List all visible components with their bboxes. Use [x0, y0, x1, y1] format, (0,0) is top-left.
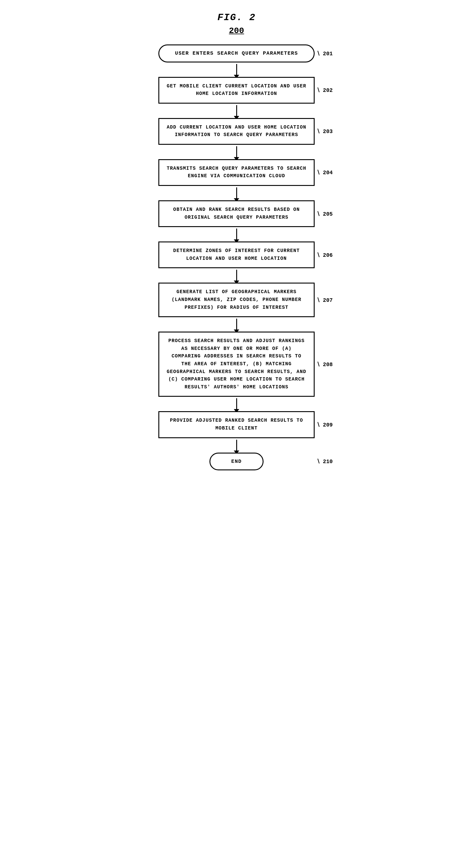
step-label-202: ∖ 202 [317, 87, 333, 93]
step-box-205: OBTAIN AND RANK SEARCH RESULTS BASED ON … [158, 200, 315, 227]
step-row-204: TRANSMITS SEARCH QUERY PARAMETERS TO SEA… [128, 159, 345, 186]
step-row-207: GENERATE LIST OF GEOGRAPHICAL MARKERS (L… [128, 283, 345, 317]
step-label-210: ∖ 210 [317, 458, 333, 465]
step-box-202: GET MOBILE CLIENT CURRENT LOCATION AND U… [158, 77, 315, 104]
step-row-208: PROCESS SEARCH RESULTS AND ADJUST RANKIN… [128, 332, 345, 397]
step-label-203: ∖ 203 [317, 128, 333, 134]
arrow-8 [128, 397, 345, 411]
arrow-3 [128, 145, 345, 159]
step-box-203: ADD CURRENT LOCATION AND USER HOME LOCAT… [158, 118, 315, 145]
step-row-202: GET MOBILE CLIENT CURRENT LOCATION AND U… [128, 77, 345, 104]
arrow-2 [128, 104, 345, 118]
arrow-5 [128, 227, 345, 242]
arrow-1 [128, 62, 345, 77]
step-row-210: END ∖ 210 [128, 453, 345, 471]
diagram-container: FIG. 2 200 USER ENTERS SEARCH QUERY PARA… [128, 12, 345, 470]
step-box-207: GENERATE LIST OF GEOGRAPHICAL MARKERS (L… [158, 283, 315, 317]
step-box-208: PROCESS SEARCH RESULTS AND ADJUST RANKIN… [158, 332, 315, 397]
step-label-204: ∖ 204 [317, 169, 333, 176]
figure-number: 200 [229, 26, 244, 35]
step-label-201: ∖ 201 [317, 50, 333, 57]
step-box-204: TRANSMITS SEARCH QUERY PARAMETERS TO SEA… [158, 159, 315, 186]
arrow-4 [128, 186, 345, 200]
step-row-209: PROVIDE ADJUSTED RANKED SEARCH RESULTS T… [128, 411, 345, 438]
step-row-201: USER ENTERS SEARCH QUERY PARAMETERS ∖ 20… [128, 44, 345, 62]
step-row-203: ADD CURRENT LOCATION AND USER HOME LOCAT… [128, 118, 345, 145]
step-row-205: OBTAIN AND RANK SEARCH RESULTS BASED ON … [128, 200, 345, 227]
step-box-201: USER ENTERS SEARCH QUERY PARAMETERS [158, 44, 315, 62]
step-label-209: ∖ 209 [317, 422, 333, 428]
step-row-206: DETERMINE ZONES OF INTEREST FOR CURRENT … [128, 242, 345, 268]
figure-title: FIG. 2 [217, 12, 256, 23]
step-box-206: DETERMINE ZONES OF INTEREST FOR CURRENT … [158, 242, 315, 268]
step-box-210: END [209, 453, 264, 471]
arrow-7 [128, 317, 345, 332]
arrow-9 [128, 438, 345, 453]
step-label-206: ∖ 206 [317, 252, 333, 258]
step-box-209: PROVIDE ADJUSTED RANKED SEARCH RESULTS T… [158, 411, 315, 438]
step-label-205: ∖ 205 [317, 211, 333, 217]
step-label-208: ∖ 208 [317, 361, 333, 368]
arrow-6 [128, 268, 345, 283]
flow-diagram: USER ENTERS SEARCH QUERY PARAMETERS ∖ 20… [128, 44, 345, 470]
step-label-207: ∖ 207 [317, 297, 333, 303]
